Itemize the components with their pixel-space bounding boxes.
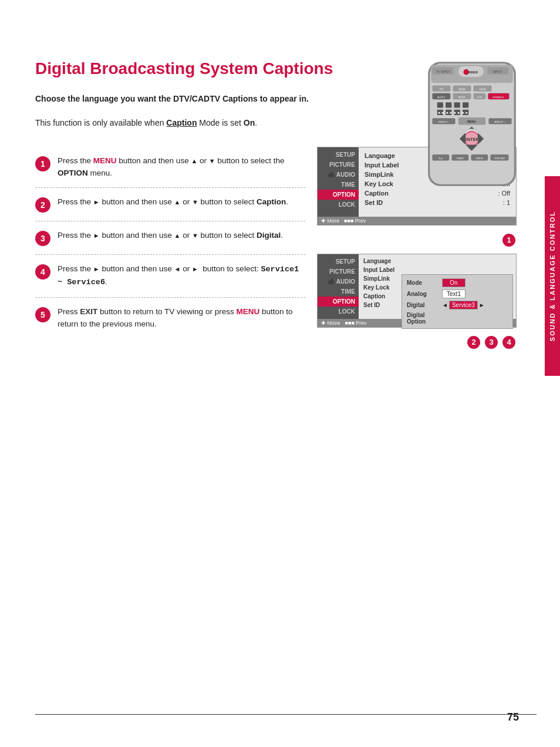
svg-text:RATIO: RATIO bbox=[476, 157, 483, 160]
menu-screenshot-2: SETUP PICTURE ⚫ AUDIO TIME OPTION LOCK L… bbox=[317, 254, 517, 328]
svg-text:◄◄: ◄◄ bbox=[445, 110, 452, 115]
sidebar2-lock: LOCK bbox=[318, 307, 359, 317]
svg-point-7 bbox=[464, 70, 468, 75]
popup-analog-row: Analog Text1 bbox=[404, 288, 510, 300]
svg-text:BRIGHT +: BRIGHT + bbox=[494, 120, 506, 123]
svg-rect-26 bbox=[454, 102, 460, 107]
svg-text:►►|: ►►| bbox=[461, 110, 470, 115]
badge-row-1: 1 bbox=[317, 233, 517, 248]
svg-text:DISPLAN: DISPLAN bbox=[494, 157, 505, 160]
menu-sidebar-1: SETUP PICTURE ⚫ AUDIO TIME OPTION LOCK bbox=[318, 147, 359, 217]
svg-text:ENTER: ENTER bbox=[464, 137, 479, 142]
popup-digital-row: Digital ◄ Service3 ► bbox=[404, 300, 510, 311]
svg-rect-27 bbox=[463, 102, 468, 107]
step-2: 2 Press the button and then use or butto… bbox=[35, 188, 305, 221]
svg-text:TV: TV bbox=[440, 88, 444, 91]
sidebar2-time: TIME bbox=[318, 287, 359, 297]
step-2-text: Press the button and then use or button … bbox=[58, 196, 305, 208]
svg-text:Exit: Exit bbox=[438, 157, 443, 160]
svg-text:VCR: VCR bbox=[480, 88, 486, 91]
svg-text:MENU: MENU bbox=[467, 120, 476, 123]
svg-text:►►: ►► bbox=[454, 110, 461, 115]
menu-sidebar-2: SETUP PICTURE ⚫ AUDIO TIME OPTION LOCK bbox=[318, 254, 359, 319]
step-5-number: 5 bbox=[35, 307, 50, 322]
sidebar-audio: ⚫ AUDIO bbox=[318, 170, 359, 180]
step-3: 3 Press the button and then use or butto… bbox=[35, 221, 305, 255]
bottom-divider bbox=[35, 714, 537, 715]
popup-digitaloption-row: Digital Option bbox=[404, 311, 510, 326]
badge-2: 2 bbox=[467, 336, 480, 349]
sidebar-setup: SETUP bbox=[318, 150, 359, 160]
svg-text:TIMER: TIMER bbox=[456, 157, 464, 160]
step-4: 4 Press the button and then use or butto… bbox=[35, 255, 305, 298]
sidebar2-picture: PICTURE bbox=[318, 267, 359, 277]
svg-text:DVD: DVD bbox=[459, 88, 465, 91]
sidebar2-audio: ⚫ AUDIO bbox=[318, 277, 359, 287]
side-label: SOUND & LANGUAGE CONTROL bbox=[545, 176, 560, 376]
step-5-text: Press EXIT button to return to TV viewin… bbox=[58, 306, 305, 331]
svg-rect-25 bbox=[446, 102, 451, 107]
step-4-number: 4 bbox=[35, 264, 50, 280]
badge-1: 1 bbox=[502, 234, 515, 247]
sidebar2-option: OPTION bbox=[318, 297, 359, 307]
sidebar2-setup: SETUP bbox=[318, 257, 359, 267]
svg-text:AUDIO: AUDIO bbox=[437, 96, 445, 99]
sidebar-picture: PICTURE bbox=[318, 160, 359, 170]
page-number: 75 bbox=[507, 711, 519, 724]
badge-4: 4 bbox=[502, 336, 515, 349]
svg-rect-24 bbox=[437, 102, 443, 107]
svg-text:MODE: MODE bbox=[458, 96, 466, 99]
caption-popup: Mode On Analog Text1 Digital ◄ Service3 bbox=[402, 274, 513, 329]
menu-row-setid: Set ID : 1 bbox=[365, 198, 510, 207]
sidebar-option: OPTION bbox=[318, 190, 359, 200]
step-2-number: 2 bbox=[35, 197, 50, 213]
step-3-number: 3 bbox=[35, 231, 50, 246]
sidebar-lock: LOCK bbox=[318, 200, 359, 210]
step-5: 5 Press EXIT button to return to TV view… bbox=[35, 298, 305, 339]
badge-row-234: 2 3 4 bbox=[317, 335, 517, 350]
step-4-text: Press the button and then use or button … bbox=[58, 263, 305, 289]
menu-footer-1: ✚ More ■■■ Prev bbox=[318, 217, 516, 225]
badge-3: 3 bbox=[485, 336, 498, 349]
svg-text:|◄◄: |◄◄ bbox=[436, 110, 444, 115]
side-label-text: SOUND & LANGUAGE CONTROL bbox=[549, 211, 556, 341]
svg-text:STB: STB bbox=[477, 96, 482, 99]
menu-content-2: Language Input Label SimpLink Key Lock C… bbox=[359, 254, 516, 319]
step-3-text: Press the button and then use or button … bbox=[58, 230, 305, 242]
remote-control-image: TV INPUT POWER INPUT TV DVD VCR AUDIO MO… bbox=[425, 59, 519, 191]
svg-text:INPUT: INPUT bbox=[493, 70, 502, 73]
svg-text:HDM/AUD: HDM/AUD bbox=[492, 96, 504, 99]
svg-text:TV INPUT: TV INPUT bbox=[436, 70, 450, 73]
steps-container: 1 Press the MENU button and then use or … bbox=[35, 147, 305, 350]
step-1-number: 1 bbox=[35, 156, 50, 171]
sidebar-time: TIME bbox=[318, 180, 359, 190]
popup-mode-row: Mode On bbox=[404, 277, 510, 288]
step-1: 1 Press the MENU button and then use or … bbox=[35, 147, 305, 189]
svg-text:BRIGHT -: BRIGHT - bbox=[438, 120, 450, 123]
remote-svg: TV INPUT POWER INPUT TV DVD VCR AUDIO MO… bbox=[425, 59, 519, 189]
step-1-text: Press the MENU button and then use or bu… bbox=[58, 155, 305, 180]
